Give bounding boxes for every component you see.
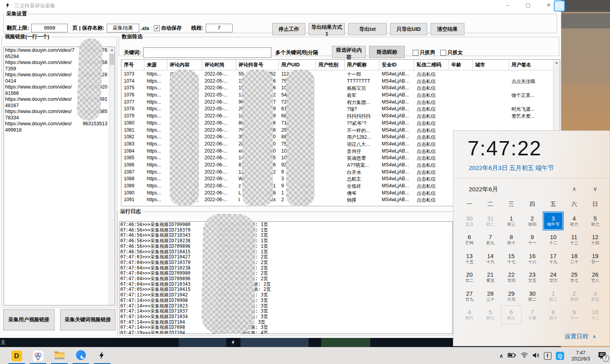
calendar-day[interactable]: 23廿五: [522, 268, 543, 287]
table-cell: 2022-06-...: [202, 119, 236, 126]
calendar-day[interactable]: 6芒种: [459, 230, 480, 249]
calendar-day[interactable]: 8初十: [501, 230, 522, 249]
taskbar-baidu-netdisk-icon[interactable]: [29, 347, 47, 364]
calendar-day[interactable]: 13十五: [459, 249, 480, 268]
calendar-day[interactable]: 4初六: [459, 306, 480, 324]
calendar-day[interactable]: 10十二: [543, 230, 564, 249]
calendar-day[interactable]: 1初三: [501, 211, 522, 230]
taskbar-douyin-tool-icon[interactable]: D: [8, 347, 25, 364]
close-button[interactable]: ✕: [543, 1, 555, 9]
keyword-input[interactable]: [143, 47, 271, 58]
calendar-prev-icon[interactable]: ∧: [572, 185, 576, 192]
collect-keyword-videos-button[interactable]: 采集关键词视频链接: [60, 309, 116, 330]
calendar-day[interactable]: 7小暑: [522, 306, 543, 324]
clock-date-link[interactable]: 2022年6月3日 五月初五 端午节: [469, 164, 554, 172]
calendar-day[interactable]: 2初四: [564, 287, 585, 306]
wifi-icon[interactable]: [521, 352, 528, 360]
tray-chevron-up-icon[interactable]: ∧: [499, 353, 503, 359]
column-header[interactable]: 城市: [473, 60, 509, 70]
day-lunar-label: 十九: [549, 259, 557, 264]
calendar-day[interactable]: 17十九: [543, 249, 564, 268]
calendar-day[interactable]: 11十三: [564, 230, 585, 249]
calendar-day[interactable]: 1初三: [543, 287, 564, 306]
ime-icon[interactable]: [544, 352, 551, 360]
filter-comment-button[interactable]: 筛选评论内容: [332, 46, 366, 58]
autosave-checkbox[interactable]: ✓ 自动保存: [154, 25, 182, 32]
column-header[interactable]: 年龄: [449, 60, 473, 70]
title-bar[interactable]: 三义抖音评论采集 – ▢ ✕: [0, 0, 561, 10]
column-header[interactable]: 用户UID: [279, 60, 316, 70]
column-header[interactable]: 用户昵称: [345, 60, 379, 70]
filter-nickname-button[interactable]: 筛选昵称: [369, 46, 405, 58]
calendar-day[interactable]: 12十四: [585, 230, 606, 249]
calendar-day[interactable]: 31初二: [480, 211, 501, 230]
calendar-day[interactable]: 30初二: [522, 287, 543, 306]
collapse-icon[interactable]: ∧: [592, 334, 596, 339]
links-scrollbar[interactable]: ▲: [109, 47, 115, 305]
calendar-day[interactable]: 27廿九: [459, 287, 480, 306]
calendar-day[interactable]: 9十一: [564, 306, 585, 324]
calendar-day[interactable]: 26廿八: [585, 268, 606, 287]
calendar-day[interactable]: 4初六: [564, 211, 585, 230]
table-cell: 抖抖抖抖抖: [345, 112, 379, 119]
page-limit-input[interactable]: 9999: [31, 24, 68, 32]
column-header[interactable]: 私信二维码: [414, 60, 449, 70]
calendar-day[interactable]: 3端午节: [543, 211, 564, 230]
calendar-day[interactable]: 21夏至: [480, 268, 501, 287]
column-header[interactable]: 评论抖音号: [236, 60, 279, 70]
column-header[interactable]: 序号: [121, 60, 144, 70]
calendar-day[interactable]: 7初九: [480, 230, 501, 249]
calendar-day[interactable]: 9十一: [522, 230, 543, 249]
calendar-day[interactable]: 3初五: [585, 287, 606, 306]
column-header[interactable]: 安全ID: [379, 60, 414, 70]
column-header[interactable]: 评论内容: [167, 60, 202, 70]
calendar-next-icon[interactable]: ∨: [593, 185, 597, 192]
collect-user-videos-button[interactable]: 采集用户视频链接: [3, 309, 55, 330]
taskbar-file-explorer-icon[interactable]: [51, 347, 68, 364]
calendar-day[interactable]: 2初四: [522, 211, 543, 230]
minimize-button[interactable]: –: [502, 1, 513, 9]
calendar-day[interactable]: 20廿二: [459, 268, 480, 287]
scrollbar-thumb[interactable]: [110, 54, 114, 65]
day-number: 21: [487, 271, 494, 278]
calendar-day[interactable]: 16十八: [522, 249, 543, 268]
column-header[interactable]: 用户性别: [316, 60, 345, 70]
column-header[interactable]: 用户签名: [509, 60, 553, 70]
scroll-up-icon[interactable]: ▲: [553, 60, 560, 66]
column-header[interactable]: 评论时间: [202, 60, 236, 70]
calendar-day[interactable]: 6初八: [501, 306, 522, 324]
male-only-checkbox[interactable]: 只抓男: [413, 49, 435, 56]
table-cell: https...: [144, 175, 167, 182]
calendar-day[interactable]: 5初七: [585, 211, 606, 230]
notification-center-icon[interactable]: 7: [597, 351, 608, 361]
taskbar-lightning-tool-icon[interactable]: [93, 347, 111, 364]
tray-qq-icon[interactable]: Q: [556, 352, 564, 360]
taskbar-qq-browser-icon[interactable]: [72, 347, 89, 364]
calendar-day[interactable]: 5初七: [480, 306, 501, 324]
calendar-day[interactable]: 24廿六: [543, 268, 564, 287]
calendar-day[interactable]: 28三十: [480, 287, 501, 306]
volume-icon[interactable]: [532, 352, 540, 360]
log-output[interactable]: 07:46:56>>>采集视频ID709980 8578334的评论第: 1页0…: [119, 221, 453, 334]
calendar-day[interactable]: 14十六: [480, 249, 501, 268]
save-name-input[interactable]: 采集结果: [107, 24, 139, 32]
calendar-day[interactable]: 18二十: [564, 249, 585, 268]
calendar-day[interactable]: 15十七: [501, 249, 522, 268]
calendar-day[interactable]: 25廿七: [564, 268, 585, 287]
scroll-up-icon[interactable]: ▲: [109, 47, 115, 53]
calendar-day[interactable]: 10十二: [585, 306, 606, 324]
set-schedule-link[interactable]: 设置日程: [565, 333, 588, 339]
calendar-day[interactable]: 29六月: [501, 287, 522, 306]
tray-clock[interactable]: 7:47 2022/6/3: [568, 350, 593, 362]
calendar-day[interactable]: 8初十: [543, 306, 564, 324]
calendar-day[interactable]: 19廿一: [585, 249, 606, 268]
female-only-checkbox[interactable]: 只抓女: [440, 49, 463, 56]
calendar-day[interactable]: 22廿四: [501, 268, 522, 287]
column-header[interactable]: 来源: [144, 60, 167, 70]
battery-icon[interactable]: [508, 353, 516, 360]
threads-input[interactable]: 7: [206, 24, 233, 32]
maximize-button[interactable]: ▢: [522, 1, 534, 9]
lightning-app-icon: [5, 2, 11, 10]
calendar-day[interactable]: 30五月: [459, 211, 480, 230]
table-cell: [316, 133, 345, 140]
